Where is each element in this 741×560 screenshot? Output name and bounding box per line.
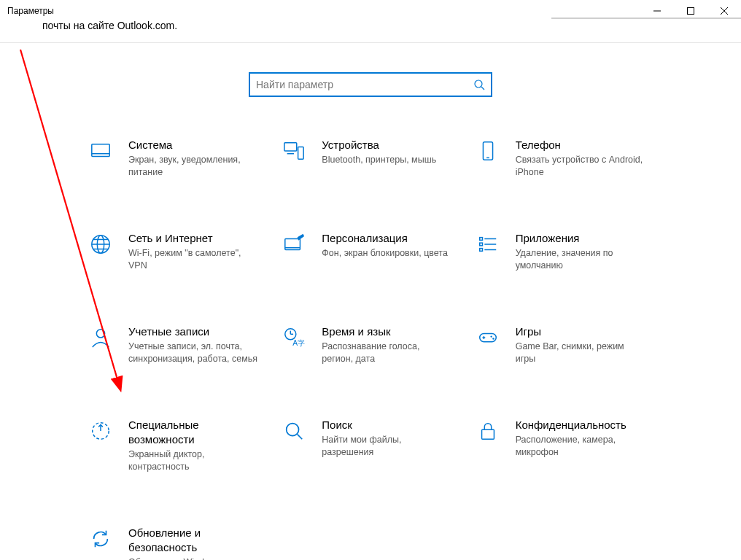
svg-point-35 [492,338,494,339]
svg-rect-31 [479,333,496,341]
tile-privacy[interactable]: Конфиденциальность Расположение, камера,… [475,418,653,473]
tile-title: Специальные возможности [128,418,259,447]
tile-desc: Распознавание голоса, регион, дата [322,341,452,365]
search-box[interactable] [249,72,492,97]
tile-update-security[interactable]: Обновление и безопасность Обновления Win… [88,526,266,560]
tile-desc: Экранный диктор, контрастность [128,448,259,473]
tile-desc: Wi-Fi, режим "в самолете", VPN [128,247,259,272]
gamepad-icon [475,324,501,351]
svg-point-26 [96,330,104,338]
tile-title: Система [128,138,259,152]
svg-rect-22 [479,243,482,246]
tile-phone[interactable]: Телефон Связать устройство с Android, iP… [475,138,653,179]
tile-desc: Фон, экран блокировки, цвета [322,247,452,260]
tile-title: Поиск [322,418,452,432]
tile-desc: Расположение, камера, микрофон [516,434,646,459]
settings-grid: Система Экран, звук, уведомления, питани… [0,138,741,560]
svg-rect-20 [479,238,482,241]
search-input[interactable] [256,79,485,90]
tile-title: Персонализация [322,231,452,246]
tile-gaming[interactable]: Игры Game Bar, снимки, режим игры [475,324,653,365]
svg-point-38 [287,424,299,436]
tile-title: Время и язык [322,324,452,339]
tile-personalization[interactable]: Персонализация Фон, экран блокировки, цв… [281,231,459,272]
tile-title: Конфиденциальность [516,418,646,432]
tile-desc: Удаление, значения по умолчанию [516,247,646,272]
ease-icon [88,418,114,444]
svg-point-4 [475,80,482,88]
tile-desc: Game Bar, снимки, режим игры [516,341,646,365]
tile-ease-of-access[interactable]: Специальные возможности Экранный диктор,… [88,418,266,473]
magnifier-icon [281,418,307,444]
system-icon [88,138,114,164]
tile-title: Приложения [516,231,646,246]
svg-rect-8 [284,143,297,151]
svg-text:A字: A字 [292,339,305,347]
svg-line-39 [298,435,303,440]
header-divider [0,42,741,43]
tile-search[interactable]: Поиск Найти мои файлы, разрешения [281,418,459,473]
svg-rect-6 [92,144,109,157]
tile-desc: Экран, звук, уведомления, питание [128,154,259,179]
tile-title: Сеть и Интернет [128,231,259,246]
tile-desc: Обновления Windows [128,556,259,560]
time-language-icon: A字 [281,324,307,351]
tile-time-language[interactable]: A字 Время и язык Распознавание голоса, ре… [281,324,459,365]
tile-desc: Bluetooth, принтеры, мышь [322,154,452,166]
tile-accounts[interactable]: Учетные записи Учетные записи, эл. почта… [88,324,266,365]
apps-icon [475,231,501,257]
window-title: Параметры [7,6,54,16]
globe-icon [88,231,114,257]
scroll-hint [551,18,741,19]
search-icon [473,79,485,90]
svg-rect-9 [298,147,304,159]
svg-rect-40 [481,429,494,439]
phone-icon [475,138,501,164]
tile-title: Учетные записи [128,324,259,339]
tile-title: Обновление и безопасность [128,526,259,555]
search-container [0,72,741,97]
tile-apps[interactable]: Приложения Удаление, значения по умолчан… [475,231,653,272]
tile-desc: Найти мои файлы, разрешения [322,434,452,459]
svg-point-34 [490,335,492,337]
lock-icon [475,418,501,444]
paint-icon [281,231,307,257]
svg-line-5 [481,87,484,90]
tile-title: Телефон [516,138,646,152]
tile-title: Устройства [322,138,452,152]
person-icon [88,324,114,351]
tile-system[interactable]: Система Экран, звук, уведомления, питани… [88,138,266,179]
update-icon [88,526,114,552]
svg-rect-24 [479,249,482,252]
svg-rect-11 [483,142,492,160]
tile-devices[interactable]: Устройства Bluetooth, принтеры, мышь [281,138,459,179]
tile-network[interactable]: Сеть и Интернет Wi-Fi, режим "в самолете… [88,231,266,272]
tile-desc: Связать устройство с Android, iPhone [516,154,646,179]
tile-desc: Учетные записи, эл. почта, синхронизация… [128,341,259,365]
svg-rect-1 [688,8,694,15]
devices-icon [281,138,307,164]
tile-title: Игры [516,324,646,339]
